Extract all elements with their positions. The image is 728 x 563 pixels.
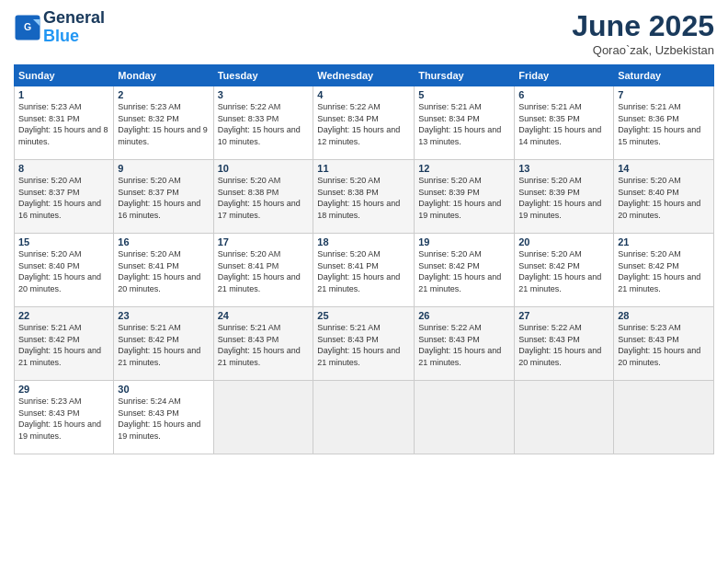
day-number: 26	[418, 310, 510, 321]
day-detail: Sunrise: 5:20 AMSunset: 8:38 PMDaylight:…	[317, 175, 410, 221]
day-detail: Sunrise: 5:20 AMSunset: 8:41 PMDaylight:…	[118, 248, 209, 294]
logo-text: General Blue	[43, 9, 105, 46]
svg-text:G: G	[24, 21, 31, 32]
day-detail: Sunrise: 5:21 AMSunset: 8:42 PMDaylight:…	[118, 322, 209, 368]
logo-line2: Blue	[43, 27, 79, 45]
calendar-week-row: 22Sunrise: 5:21 AMSunset: 8:42 PMDayligh…	[15, 307, 714, 381]
calendar-day-cell: 22Sunrise: 5:21 AMSunset: 8:42 PMDayligh…	[15, 307, 114, 381]
day-number: 3	[218, 89, 310, 100]
calendar-day-cell: 28Sunrise: 5:23 AMSunset: 8:43 PMDayligh…	[614, 307, 714, 381]
calendar-day-cell: 12Sunrise: 5:20 AMSunset: 8:39 PMDayligh…	[415, 160, 515, 234]
day-detail: Sunrise: 5:20 AMSunset: 8:42 PMDaylight:…	[618, 248, 710, 294]
day-number: 13	[518, 163, 609, 174]
calendar-day-cell: 24Sunrise: 5:21 AMSunset: 8:43 PMDayligh…	[213, 307, 313, 381]
calendar-day-cell: 9Sunrise: 5:20 AMSunset: 8:37 PMDaylight…	[114, 160, 213, 234]
day-number: 29	[18, 384, 109, 395]
day-number: 18	[317, 236, 410, 247]
day-detail: Sunrise: 5:21 AMSunset: 8:34 PMDaylight:…	[418, 101, 510, 147]
calendar-day-cell	[213, 381, 313, 454]
day-detail: Sunrise: 5:20 AMSunset: 8:41 PMDaylight:…	[317, 248, 410, 294]
day-number: 22	[18, 310, 109, 321]
day-number: 17	[218, 236, 310, 247]
day-detail: Sunrise: 5:23 AMSunset: 8:43 PMDaylight:…	[618, 322, 710, 368]
logo-line1: General	[43, 9, 105, 28]
logo: G General Blue	[14, 9, 105, 46]
day-detail: Sunrise: 5:20 AMSunset: 8:39 PMDaylight:…	[418, 175, 510, 221]
calendar-day-cell: 3Sunrise: 5:22 AMSunset: 8:33 PMDaylight…	[213, 86, 313, 160]
calendar-day-cell: 23Sunrise: 5:21 AMSunset: 8:42 PMDayligh…	[114, 307, 213, 381]
day-detail: Sunrise: 5:23 AMSunset: 8:43 PMDaylight:…	[18, 396, 109, 442]
calendar-header-row: SundayMondayTuesdayWednesdayThursdayFrid…	[15, 65, 714, 86]
day-detail: Sunrise: 5:23 AMSunset: 8:31 PMDaylight:…	[18, 101, 109, 147]
title-block: June 2025 Qorao`zak, Uzbekistan	[572, 9, 714, 57]
calendar-day-cell: 14Sunrise: 5:20 AMSunset: 8:40 PMDayligh…	[614, 160, 714, 234]
day-detail: Sunrise: 5:20 AMSunset: 8:40 PMDaylight:…	[618, 175, 710, 221]
day-detail: Sunrise: 5:20 AMSunset: 8:37 PMDaylight:…	[18, 175, 109, 221]
day-detail: Sunrise: 5:20 AMSunset: 8:42 PMDaylight:…	[518, 248, 609, 294]
calendar-header-sunday: Sunday	[15, 65, 114, 86]
calendar-day-cell: 6Sunrise: 5:21 AMSunset: 8:35 PMDaylight…	[515, 86, 614, 160]
day-number: 28	[618, 310, 710, 321]
header: G General Blue June 2025 Qorao`zak, Uzbe…	[14, 9, 714, 57]
day-number: 11	[317, 163, 410, 174]
day-number: 19	[418, 236, 510, 247]
day-number: 23	[118, 310, 209, 321]
day-number: 15	[18, 236, 109, 247]
calendar-day-cell: 20Sunrise: 5:20 AMSunset: 8:42 PMDayligh…	[515, 234, 614, 307]
day-number: 16	[118, 236, 209, 247]
calendar-day-cell	[614, 381, 714, 454]
calendar-header-monday: Monday	[114, 65, 213, 86]
day-number: 6	[518, 89, 609, 100]
day-number: 24	[218, 310, 310, 321]
calendar-day-cell: 26Sunrise: 5:22 AMSunset: 8:43 PMDayligh…	[415, 307, 515, 381]
calendar-day-cell: 1Sunrise: 5:23 AMSunset: 8:31 PMDaylight…	[15, 86, 114, 160]
day-detail: Sunrise: 5:22 AMSunset: 8:43 PMDaylight:…	[518, 322, 609, 368]
logo-icon: G	[14, 14, 41, 41]
day-detail: Sunrise: 5:20 AMSunset: 8:41 PMDaylight:…	[218, 248, 310, 294]
calendar-week-row: 1Sunrise: 5:23 AMSunset: 8:31 PMDaylight…	[15, 86, 714, 160]
calendar-table: SundayMondayTuesdayWednesdayThursdayFrid…	[14, 64, 714, 454]
calendar-header-thursday: Thursday	[415, 65, 515, 86]
day-number: 5	[418, 89, 510, 100]
day-number: 2	[118, 89, 209, 100]
calendar-day-cell: 27Sunrise: 5:22 AMSunset: 8:43 PMDayligh…	[515, 307, 614, 381]
day-detail: Sunrise: 5:21 AMSunset: 8:35 PMDaylight:…	[518, 101, 609, 147]
day-number: 7	[618, 89, 710, 100]
day-detail: Sunrise: 5:22 AMSunset: 8:43 PMDaylight:…	[418, 322, 510, 368]
calendar-header-wednesday: Wednesday	[313, 65, 415, 86]
calendar-week-row: 29Sunrise: 5:23 AMSunset: 8:43 PMDayligh…	[15, 381, 714, 454]
day-detail: Sunrise: 5:20 AMSunset: 8:38 PMDaylight:…	[218, 175, 310, 221]
calendar-day-cell: 11Sunrise: 5:20 AMSunset: 8:38 PMDayligh…	[313, 160, 415, 234]
calendar-week-row: 8Sunrise: 5:20 AMSunset: 8:37 PMDaylight…	[15, 160, 714, 234]
month-title: June 2025	[572, 9, 714, 43]
calendar-day-cell: 8Sunrise: 5:20 AMSunset: 8:37 PMDaylight…	[15, 160, 114, 234]
calendar-day-cell: 19Sunrise: 5:20 AMSunset: 8:42 PMDayligh…	[415, 234, 515, 307]
day-detail: Sunrise: 5:20 AMSunset: 8:40 PMDaylight:…	[18, 248, 109, 294]
day-number: 20	[518, 236, 609, 247]
calendar-day-cell: 5Sunrise: 5:21 AMSunset: 8:34 PMDaylight…	[415, 86, 515, 160]
day-detail: Sunrise: 5:20 AMSunset: 8:37 PMDaylight:…	[118, 175, 209, 221]
day-detail: Sunrise: 5:20 AMSunset: 8:39 PMDaylight:…	[518, 175, 609, 221]
day-detail: Sunrise: 5:22 AMSunset: 8:33 PMDaylight:…	[218, 101, 310, 147]
day-number: 21	[618, 236, 710, 247]
calendar-day-cell: 21Sunrise: 5:20 AMSunset: 8:42 PMDayligh…	[614, 234, 714, 307]
calendar-day-cell	[515, 381, 614, 454]
calendar-day-cell: 25Sunrise: 5:21 AMSunset: 8:43 PMDayligh…	[313, 307, 415, 381]
calendar-day-cell: 10Sunrise: 5:20 AMSunset: 8:38 PMDayligh…	[213, 160, 313, 234]
calendar-day-cell: 29Sunrise: 5:23 AMSunset: 8:43 PMDayligh…	[15, 381, 114, 454]
calendar-day-cell: 13Sunrise: 5:20 AMSunset: 8:39 PMDayligh…	[515, 160, 614, 234]
day-number: 27	[518, 310, 609, 321]
calendar-day-cell: 16Sunrise: 5:20 AMSunset: 8:41 PMDayligh…	[114, 234, 213, 307]
day-number: 10	[218, 163, 310, 174]
calendar-header-tuesday: Tuesday	[213, 65, 313, 86]
day-detail: Sunrise: 5:22 AMSunset: 8:34 PMDaylight:…	[317, 101, 410, 147]
calendar-day-cell: 4Sunrise: 5:22 AMSunset: 8:34 PMDaylight…	[313, 86, 415, 160]
calendar-day-cell: 30Sunrise: 5:24 AMSunset: 8:43 PMDayligh…	[114, 381, 213, 454]
day-number: 25	[317, 310, 410, 321]
calendar-day-cell	[313, 381, 415, 454]
calendar-day-cell: 2Sunrise: 5:23 AMSunset: 8:32 PMDaylight…	[114, 86, 213, 160]
location-subtitle: Qorao`zak, Uzbekistan	[572, 43, 714, 57]
calendar-day-cell: 15Sunrise: 5:20 AMSunset: 8:40 PMDayligh…	[15, 234, 114, 307]
calendar-day-cell: 7Sunrise: 5:21 AMSunset: 8:36 PMDaylight…	[614, 86, 714, 160]
day-detail: Sunrise: 5:23 AMSunset: 8:32 PMDaylight:…	[118, 101, 209, 147]
